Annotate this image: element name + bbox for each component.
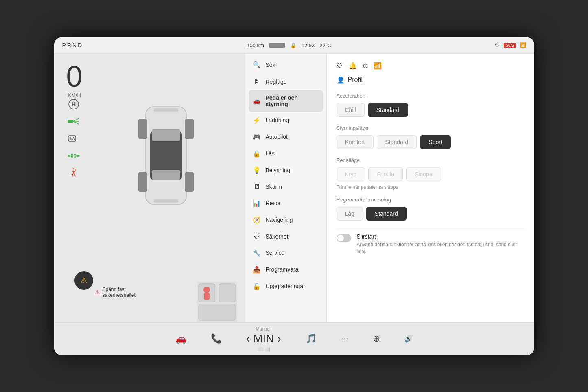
lock-icon: 🔒 <box>290 42 297 48</box>
shield-icon: 🛡 <box>495 42 500 48</box>
menu-panel: 🔍 Sök 🎛Reglage🚗Pedaler och styrning⚡Ladd… <box>245 54 327 322</box>
left-icons: H ❄A ≡00≡ <box>66 99 81 178</box>
komfort-btn[interactable]: Komfort <box>337 135 374 149</box>
menu-icon-autopilot: 🎮 <box>253 133 261 141</box>
regen-buttons: Låg Standard <box>337 207 525 221</box>
svg-rect-2 <box>68 120 73 123</box>
search-item[interactable]: 🔍 Sök <box>245 58 326 72</box>
bottom-bar: 🚗 📞 Manuell ‹ MIN › ⬜ ⬜ 🎵 ··· ⊕ 🔊 <box>54 322 534 355</box>
sinope-btn[interactable]: Sinope <box>406 167 441 181</box>
menu-label-navigering: Navigering <box>266 217 293 223</box>
standard-styrning-btn[interactable]: Standard <box>377 135 417 149</box>
volume-icon[interactable]: 🔊 <box>404 335 413 343</box>
car-bottom-icon[interactable]: 🚗 <box>175 333 186 344</box>
menu-item-reglage[interactable]: 🎛Reglage <box>245 74 326 90</box>
svg-rect-25 <box>199 304 235 320</box>
shield-status-icon: 🛡 <box>337 62 343 70</box>
right-arrow-icon[interactable]: › <box>277 332 281 345</box>
seatbelt-status-icon <box>66 167 81 178</box>
menu-label-las: Lås <box>266 150 275 157</box>
time-display: 12:53 <box>302 42 315 48</box>
menu-item-resor[interactable]: 📊Resor <box>245 195 326 212</box>
menu-item-uppgraderingar[interactable]: 🔓Uppgraderingar <box>245 278 326 295</box>
acceleration-title: Acceleration <box>337 93 525 99</box>
frirulle-btn[interactable]: Frirulle <box>368 167 403 181</box>
svg-line-11 <box>74 172 75 177</box>
svg-rect-24 <box>219 284 235 302</box>
slirstart-title: Slirstart <box>357 233 525 240</box>
connectivity-icon: 📶 <box>520 42 526 48</box>
left-panel: 0 KM/H H ❄A ≡00≡ <box>54 54 245 322</box>
profile-title: Profil <box>348 76 363 83</box>
slirstart-toggle[interactable] <box>337 234 351 242</box>
menu-icon-service: 🔧 <box>253 249 261 257</box>
pedallage-subtitle: Frirulle när pedalerna släpps <box>337 184 525 190</box>
menu-item-sakerhet[interactable]: 🛡Säkerhet <box>245 228 326 245</box>
menu-icon-navigering: 🧭 <box>253 216 261 224</box>
settings-icons-row: 🛡 🔔 ⊕ 📶 <box>337 62 525 70</box>
slirstart-desc: Använd denna funktion för att få loss bi… <box>357 241 525 255</box>
seat-diagram <box>197 282 237 322</box>
menu-icon-resor: 📊 <box>253 199 261 207</box>
svg-rect-19 <box>138 172 147 192</box>
menu-item-laddning[interactable]: ⚡Laddning <box>245 112 326 129</box>
menu-item-autopilot[interactable]: 🎮Autopilot <box>245 129 326 145</box>
speed-unit: KM/H <box>66 92 83 98</box>
svg-rect-17 <box>138 119 147 139</box>
svg-text:❄A: ❄A <box>69 136 75 141</box>
lag-btn[interactable]: Låg <box>337 207 363 221</box>
menu-item-pedaler[interactable]: 🚗Pedaler och styrning <box>249 90 323 112</box>
manual-label: Manuell <box>256 326 272 331</box>
menu-item-belysning[interactable]: 💡Belysning <box>245 162 326 179</box>
svg-text:≡00≡: ≡00≡ <box>68 153 80 159</box>
menu-icon-las: 🔒 <box>253 150 261 158</box>
standard-accel-btn[interactable]: Standard <box>368 103 408 117</box>
standard-regen-btn[interactable]: Standard <box>366 207 407 221</box>
svg-point-26 <box>203 287 210 293</box>
box-icon2: ⬜ <box>265 347 270 351</box>
battery-bar <box>269 43 285 48</box>
sos-label: SOS <box>504 43 516 48</box>
top-center-info: 100 km 🔒 12:53 22°C <box>247 42 331 48</box>
regen-section: Regenerativ bromsning Låg Standard <box>337 197 525 221</box>
dots-icon[interactable]: ··· <box>341 333 348 344</box>
menu-item-programvara[interactable]: 📥Programvara <box>245 261 326 278</box>
pedallage-buttons: Kryp Frirulle Sinope <box>337 167 525 181</box>
chill-btn[interactable]: Chill <box>337 103 365 117</box>
menu-item-skarm[interactable]: 🖥Skärm <box>245 179 326 195</box>
box-icon1: ⬜ <box>258 347 262 351</box>
spotify-icon[interactable]: 🎵 <box>306 333 317 344</box>
range-display: 100 km <box>247 42 264 48</box>
menu-item-service[interactable]: 🔧Service <box>245 245 326 261</box>
svg-line-3 <box>73 118 79 121</box>
menu-item-las[interactable]: 🔒Lås <box>245 145 326 162</box>
phone-icon[interactable]: 📞 <box>211 333 222 344</box>
warning-badge[interactable]: ⚠ <box>74 271 93 290</box>
menu-icon-pedaler: 🚗 <box>253 97 261 105</box>
bluetooth-bottom-icon[interactable]: ⊕ <box>373 333 380 344</box>
signal-icon: 📶 <box>374 62 382 70</box>
svg-rect-15 <box>152 129 180 141</box>
pedallage-title: Pedalläge <box>337 157 525 163</box>
tesla-screen: PRND 100 km 🔒 12:53 22°C 🛡 SOS 📶 0 KM/H … <box>54 37 534 355</box>
car-visual <box>125 78 207 233</box>
left-arrow-icon[interactable]: ‹ <box>246 332 250 345</box>
acceleration-buttons: Chill Standard <box>337 103 525 117</box>
regen-title: Regenerativ bromsning <box>337 197 525 203</box>
menu-icon-sakerhet: 🛡 <box>253 233 261 240</box>
svg-point-9 <box>72 169 75 172</box>
kryp-btn[interactable]: Kryp <box>337 167 365 181</box>
sport-btn[interactable]: Sport <box>420 135 450 149</box>
menu-icon-laddning: ⚡ <box>253 116 261 124</box>
parking-icon: H <box>66 99 81 110</box>
prnd-display: PRND <box>62 42 83 48</box>
svg-rect-22 <box>154 199 178 203</box>
seatbelt-warning-icon: ⚠ <box>95 289 100 296</box>
energy-icon: ≡00≡ <box>66 150 81 161</box>
gear-sub-icons: ⬜ ⬜ <box>258 347 270 351</box>
temp-display: 22°C <box>319 42 331 48</box>
menu-label-laddning: Laddning <box>266 117 289 123</box>
menu-icon-programvara: 📥 <box>253 266 261 274</box>
warning-icon: ⚠ <box>80 276 87 285</box>
menu-item-navigering[interactable]: 🧭Navigering <box>245 212 326 228</box>
